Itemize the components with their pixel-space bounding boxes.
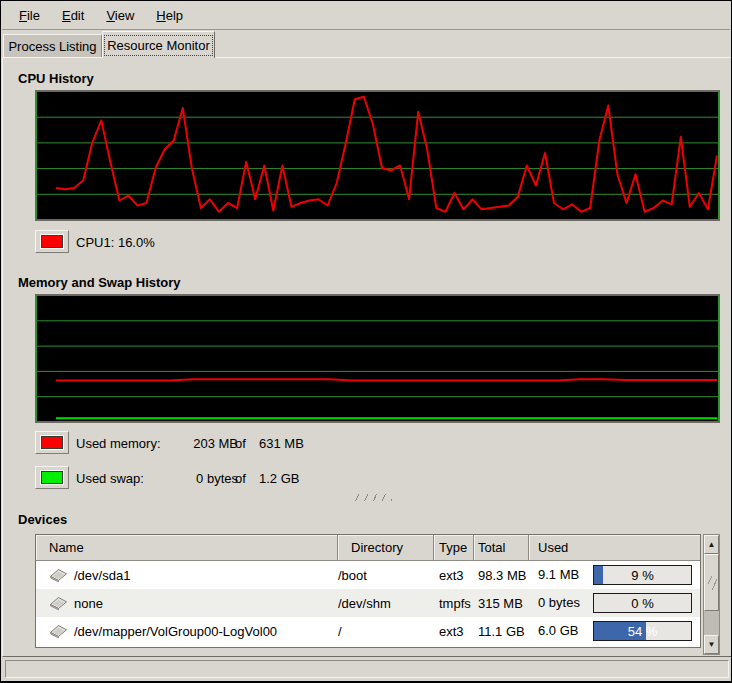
scrollbar-thumb[interactable] — [704, 554, 719, 611]
tab-resource-monitor[interactable]: Resource Monitor — [102, 31, 215, 58]
total-memory-value: 631 MB — [259, 436, 304, 451]
scrollbar-up-arrow-icon[interactable]: ▲ — [704, 535, 719, 554]
device-used: 6.0 GB — [538, 617, 578, 645]
device-directory: / — [338, 624, 342, 639]
system-monitor-window: File Edit View Help Process Listing Reso… — [0, 0, 732, 683]
column-header-type[interactable]: Type — [434, 535, 474, 561]
tab-bar: Process Listing Resource Monitor — [2, 31, 730, 58]
total-swap-value: 1.2 GB — [259, 471, 299, 486]
swap-color-swatch — [41, 471, 63, 484]
device-type: ext3 — [439, 568, 464, 583]
column-header-used[interactable]: Used — [529, 535, 700, 561]
used-memory-line — [56, 379, 717, 380]
pane-resize-grip[interactable] — [354, 494, 392, 501]
used-memory-value: 203 MB — [158, 436, 238, 451]
usage-progress-bar: 9 % — [593, 565, 692, 585]
status-bar — [5, 660, 729, 678]
disk-drive-icon — [49, 568, 68, 583]
memory-graph-gridlines — [37, 321, 718, 397]
cpu-history-title: CPU History — [18, 71, 94, 86]
device-used: 9.1 MB — [538, 561, 579, 589]
devices-table-header: Name Directory Type Total Used — [36, 535, 700, 561]
usage-progress-bar: 0 % — [593, 593, 692, 613]
devices-table: Name Directory Type Total Used /dev/sda1… — [35, 534, 701, 648]
device-name: /dev/sda1 — [74, 568, 130, 583]
devices-table-body: /dev/sda1 /boot ext3 98.3 MB 9.1 MB 9 % … — [36, 561, 700, 645]
tab-process-listing-label: Process Listing — [8, 39, 96, 54]
menu-view[interactable]: View — [95, 4, 145, 27]
column-header-name[interactable]: Name — [36, 535, 338, 561]
used-swap-of: of — [235, 471, 246, 486]
device-total: 11.1 GB — [478, 624, 525, 639]
device-used: 0 bytes — [538, 589, 580, 617]
cpu-history-graph — [35, 90, 720, 221]
tab-resource-monitor-label: Resource Monitor — [107, 38, 210, 53]
used-swap-label: Used swap: — [76, 471, 144, 486]
cpu-graph-border — [37, 92, 719, 220]
swap-color-button[interactable] — [35, 466, 69, 489]
usage-percent-label: 54 % — [594, 622, 691, 640]
devices-title: Devices — [18, 512, 67, 527]
table-row[interactable]: /dev/mapper/VolGroup00-LogVol00 / ext3 1… — [36, 617, 700, 645]
menu-help[interactable]: Help — [145, 4, 194, 27]
menu-bar: File Edit View Help — [2, 2, 730, 30]
tab-process-listing[interactable]: Process Listing — [3, 34, 102, 58]
cpu1-usage-label: CPU1: 16.0% — [76, 235, 155, 250]
device-total: 98.3 MB — [478, 568, 526, 583]
cpu1-color-swatch — [41, 235, 63, 248]
usage-progress-bar: 54 % — [593, 621, 692, 641]
device-directory: /boot — [338, 568, 367, 583]
device-name: /dev/mapper/VolGroup00-LogVol00 — [74, 624, 277, 639]
memory-swap-graph — [35, 294, 720, 423]
resource-monitor-page: CPU History CPU1: 16.0% Memory and Swap … — [2, 57, 732, 657]
usage-percent-label: 9 % — [594, 566, 691, 584]
device-total: 315 MB — [478, 596, 523, 611]
column-header-total[interactable]: Total — [474, 535, 529, 561]
scrollbar-thumb-grip-icon — [708, 576, 717, 590]
memory-color-button[interactable] — [35, 431, 69, 454]
cpu1-color-button[interactable] — [35, 230, 69, 253]
devices-scrollbar[interactable]: ▲ ▼ — [703, 534, 720, 655]
disk-drive-icon — [49, 596, 68, 611]
memory-graph-border — [37, 296, 719, 422]
device-name: none — [74, 596, 103, 611]
usage-percent-label: 0 % — [594, 594, 691, 612]
used-memory-of: of — [235, 436, 246, 451]
table-row[interactable]: /dev/sda1 /boot ext3 98.3 MB 9.1 MB 9 % — [36, 561, 700, 589]
used-memory-label: Used memory: — [76, 436, 161, 451]
disk-drive-icon — [49, 624, 68, 639]
device-type: tmpfs — [439, 596, 471, 611]
device-directory: /dev/shm — [338, 596, 391, 611]
menu-edit[interactable]: Edit — [51, 4, 95, 27]
used-swap-value: 0 bytes — [158, 471, 238, 486]
column-header-directory[interactable]: Directory — [338, 535, 434, 561]
device-type: ext3 — [439, 624, 464, 639]
table-row[interactable]: none /dev/shm tmpfs 315 MB 0 bytes 0 % — [36, 589, 700, 617]
memory-swap-title: Memory and Swap History — [18, 275, 181, 290]
memory-color-swatch — [41, 436, 63, 449]
scrollbar-down-arrow-icon[interactable]: ▼ — [704, 635, 719, 654]
menu-file[interactable]: File — [8, 4, 51, 27]
